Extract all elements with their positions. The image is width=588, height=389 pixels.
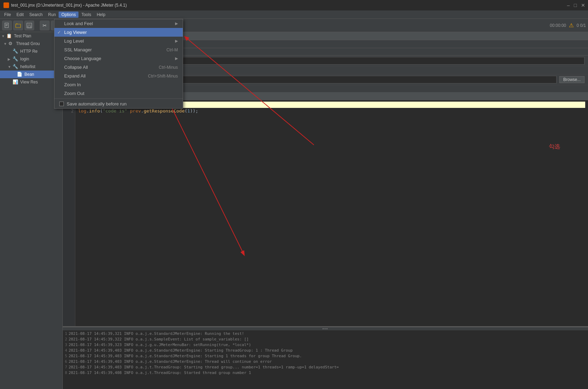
threadgroup-icon: ⚙: [8, 41, 15, 46]
log-line: 52021-08-17 14:45:39,403 INFO o.a.j.e.St…: [65, 353, 586, 359]
log-line: 32021-08-17 14:45:39,323 INFO o.a.j.g.u.…: [65, 342, 586, 348]
check-icon: ✓: [57, 30, 61, 35]
sidebar-label-viewres: View Res: [20, 80, 38, 85]
title-bar: test_001.jmx (D:\Jmeter\test_001.jmx) - …: [0, 0, 588, 10]
log-panel: ••• 12021-08-17 14:45:39,321 INFO o.a.j.…: [63, 326, 588, 389]
item-label: Zoom In: [64, 82, 81, 87]
bean-icon: 📄: [17, 72, 23, 77]
viewres-icon: 📊: [13, 79, 19, 85]
arrow-icon: ▼: [3, 42, 8, 46]
svg-rect-9: [28, 26, 31, 28]
line-numbers: 1 2: [63, 100, 75, 326]
log-line: 22021-08-17 14:45:39,322 INFO o.a.j.s.Sa…: [65, 337, 586, 342]
save-button[interactable]: [24, 21, 34, 30]
arrow-icon: [12, 73, 17, 76]
sidebar-item-httpreq[interactable]: 🔧 HTTP Re: [0, 47, 62, 55]
menu-separator: [54, 98, 183, 99]
toolbar-right: 00:00:00 ⚠ 0 0/1: [550, 22, 586, 29]
code-line-2: log.info("code is" prev.getResponseCode(…: [78, 108, 585, 114]
code-editor[interactable]: 1 2 prev.setDataEncoding("utf-8"); log.i…: [63, 100, 588, 326]
options-dropdown-menu: Look and Feel ▶ ✓ Log Viewer Log Level ▶…: [54, 19, 183, 109]
scissors-button[interactable]: ✂: [40, 21, 50, 30]
menu-collapse-all[interactable]: Collapse All Ctrl-Minus: [54, 63, 183, 72]
hellolist-icon: 🔧: [13, 64, 19, 69]
menu-look-and-feel[interactable]: Look and Feel ▶: [54, 19, 183, 28]
arrow-icon: [8, 50, 13, 53]
menu-file[interactable]: File: [1, 12, 14, 18]
checkbox-icon: [59, 102, 64, 106]
warning-icon: ⚠: [569, 22, 574, 29]
item-label: Log Viewer: [64, 30, 87, 35]
testplan-icon: 📋: [6, 33, 13, 39]
item-label: Collapse All: [64, 65, 88, 70]
http-icon: 🔧: [13, 49, 19, 54]
shortcut-label: Ctrl-M: [166, 47, 178, 52]
log-content: 12021-08-17 14:45:39,321 INFO o.a.j.e.St…: [63, 330, 588, 389]
menu-search[interactable]: Search: [27, 12, 45, 18]
open-button[interactable]: [13, 21, 23, 30]
item-label: Log Level: [64, 38, 84, 44]
browse-button[interactable]: Browse...: [559, 76, 585, 83]
log-line: 72021-08-17 14:45:39,403 INFO o.a.j.t.Th…: [65, 365, 586, 370]
menu-zoom-in[interactable]: Zoom In: [54, 80, 183, 89]
sidebar-item-testplan[interactable]: ▼ 📋 Test Plan: [0, 32, 62, 40]
arrow-icon: [8, 80, 13, 84]
arrow-icon: ▼: [1, 34, 6, 38]
arrow-icon: ▶: [8, 57, 13, 61]
menu-bar: File Edit Search Run Options Tools Help: [0, 10, 588, 19]
shortcut-label: Ctrl+Shift-Minus: [148, 74, 178, 79]
sidebar-label-bean: Bean: [24, 72, 34, 77]
menu-options[interactable]: Options: [59, 12, 78, 18]
menu-ssl-manager[interactable]: SSL Manager Ctrl-M: [54, 45, 183, 54]
svg-rect-6: [16, 24, 21, 28]
arrow-icon: ▼: [8, 65, 13, 69]
sidebar-label-hellolist: hello/list: [20, 64, 35, 69]
minimize-button[interactable]: –: [567, 2, 570, 8]
menu-help[interactable]: Help: [94, 12, 108, 18]
app-icon: [3, 2, 9, 8]
item-label: Choose Language: [64, 56, 101, 61]
log-line: 12021-08-17 14:45:39,321 INFO o.a.j.e.St…: [65, 331, 586, 337]
log-line: 62021-08-17 14:45:39,403 INFO o.a.j.e.St…: [65, 359, 586, 365]
menu-choose-language[interactable]: Choose Language ▶: [54, 54, 183, 63]
warn-count: 0 0/1: [576, 23, 586, 28]
menu-edit[interactable]: Edit: [14, 12, 27, 18]
code-content[interactable]: prev.setDataEncoding("utf-8"); log.info(…: [75, 100, 588, 326]
maximize-button[interactable]: □: [574, 2, 577, 8]
window-title: test_001.jmx (D:\Jmeter\test_001.jmx) - …: [11, 3, 127, 8]
menu-zoom-out[interactable]: Zoom Out: [54, 89, 183, 98]
item-label: SSL Manager: [64, 47, 92, 52]
menu-save-auto[interactable]: Save automatically before run: [54, 100, 183, 108]
menu-tools[interactable]: Tools: [78, 12, 94, 18]
timer-display: 00:00:00: [550, 23, 566, 28]
item-label: Look and Feel: [64, 21, 93, 26]
submenu-arrow-icon: ▶: [175, 56, 178, 61]
sidebar-label-login: login: [20, 57, 29, 61]
menu-log-viewer[interactable]: ✓ Log Viewer: [54, 28, 183, 37]
window-controls: – □ ✕: [567, 2, 585, 8]
sidebar-item-login[interactable]: ▶ 🔧 login: [0, 55, 62, 63]
submenu-arrow-icon: ▶: [175, 21, 178, 26]
new-button[interactable]: [2, 21, 12, 30]
menu-expand-all[interactable]: Expand All Ctrl+Shift-Minus: [54, 72, 183, 80]
log-line: 82021-08-17 14:45:39,408 INFO o.a.j.t.Th…: [65, 370, 586, 376]
item-label: Save automatically before run: [67, 101, 127, 107]
log-resize-handle[interactable]: •••: [63, 327, 588, 330]
item-label: Zoom Out: [64, 91, 84, 96]
item-label: Expand All: [64, 73, 85, 79]
sidebar-item-bean[interactable]: 📄 Bean: [0, 71, 62, 78]
svg-rect-8: [28, 23, 31, 25]
menu-log-level[interactable]: Log Level ▶: [54, 37, 183, 45]
close-button[interactable]: ✕: [581, 2, 585, 8]
shortcut-label: Ctrl-Minus: [159, 65, 178, 70]
sidebar: ▼ 📋 Test Plan ▼ ⚙ Thread Grou 🔧 HTTP Re …: [0, 32, 63, 389]
sidebar-item-threadgroup[interactable]: ▼ ⚙ Thread Grou: [0, 40, 62, 47]
submenu-arrow-icon: ▶: [175, 39, 178, 43]
log-line: 42021-08-17 14:45:39,403 INFO o.a.j.e.St…: [65, 348, 586, 353]
sidebar-label-httpreq: HTTP Re: [20, 49, 38, 54]
sidebar-item-hellolist[interactable]: ▼ 🔧 hello/list: [0, 63, 62, 71]
login-icon: 🔧: [13, 56, 19, 62]
sidebar-item-viewres[interactable]: 📊 View Res: [0, 78, 62, 86]
menu-run[interactable]: Run: [45, 12, 59, 18]
sidebar-label-threadgroup: Thread Grou: [16, 41, 40, 46]
